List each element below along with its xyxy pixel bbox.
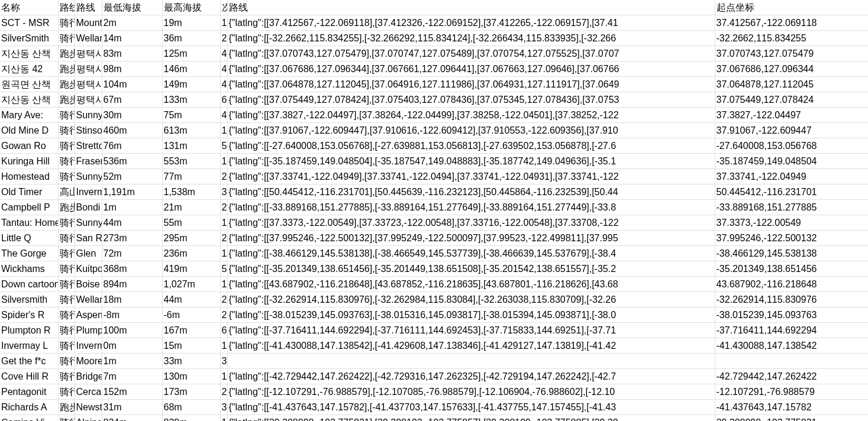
data-cell[interactable]: 37.33741,-122.04949 xyxy=(715,169,868,184)
data-cell[interactable]: Cove Hill R xyxy=(0,369,58,384)
data-cell[interactable]: 1,538m xyxy=(162,184,220,200)
data-cell[interactable]: 37.064878,127.112045 xyxy=(715,77,868,92)
data-cell[interactable]: 지산동 산책 xyxy=(0,92,58,108)
data-cell[interactable]: 21m xyxy=(162,200,220,215)
data-cell[interactable]: Camino Vi xyxy=(0,415,58,422)
data-cell[interactable]: 0m xyxy=(102,338,162,354)
data-cell[interactable]: 146m xyxy=(162,61,220,77)
data-cell[interactable]: 骑行 xyxy=(58,154,75,169)
data-cell[interactable]: 43.687902,-116.218648 xyxy=(715,277,868,292)
data-cell[interactable]: 지산동 산책 xyxy=(0,46,58,61)
data-cell[interactable]: 평택시 xyxy=(75,92,102,108)
data-cell[interactable]: San Rafael xyxy=(75,231,102,246)
data-cell[interactable]: 273m xyxy=(102,231,162,246)
data-cell[interactable]: 125m xyxy=(162,46,220,61)
spreadsheet-grid[interactable]: 名称路线路线最低海拔最高海拔次路线起点坐标SCT - MSR骑行Mountain… xyxy=(0,0,868,421)
data-cell[interactable]: 2m xyxy=(102,15,162,31)
data-cell[interactable]: SilverSmith xyxy=(0,31,58,46)
data-cell[interactable]: 130m xyxy=(162,369,220,384)
data-cell[interactable]: {"latlng":[[37.412567,-122.069118],[37.4… xyxy=(227,15,715,31)
data-cell[interactable]: 지산동 42 xyxy=(0,61,58,77)
data-cell[interactable]: {"latlng":[[-41.437643,147.15782],[-41.4… xyxy=(227,400,715,415)
data-cell[interactable]: -35.201349,138.651456 xyxy=(715,261,868,277)
data-cell[interactable]: 37.3373,-122.00549 xyxy=(715,215,868,231)
data-cell[interactable]: Boise xyxy=(75,277,102,292)
data-cell[interactable]: Campbell P xyxy=(0,200,58,215)
header-cell[interactable]: 起点坐标 xyxy=(715,0,868,15)
data-cell[interactable]: Old Timer xyxy=(0,184,58,200)
data-cell[interactable]: 824m xyxy=(102,415,162,422)
data-cell[interactable]: {"latlng":[[-12.107291,-76.988579],[-12.… xyxy=(227,384,715,400)
header-cell[interactable]: 最高海拔 xyxy=(162,0,220,15)
data-cell[interactable]: {"latlng":[[43.687902,-116.218648],[43.6… xyxy=(227,277,715,292)
data-cell[interactable]: 33m xyxy=(162,354,220,369)
data-cell[interactable]: -38.466129,145.538138 xyxy=(715,246,868,261)
header-cell[interactable]: 路线 xyxy=(75,0,102,15)
data-cell[interactable]: 72m xyxy=(102,246,162,261)
data-cell[interactable]: 18m xyxy=(102,292,162,307)
data-cell[interactable]: 894m xyxy=(102,277,162,292)
data-cell[interactable]: 1 xyxy=(220,246,227,261)
data-cell[interactable]: 骑行 xyxy=(58,138,75,154)
data-cell[interactable]: 30m xyxy=(102,108,162,123)
data-cell[interactable]: 高山 xyxy=(58,184,75,200)
data-cell[interactable]: 1 xyxy=(220,215,227,231)
data-cell[interactable]: {"latlng":[[37.070743,127.075479],[37.07… xyxy=(227,46,715,61)
data-cell[interactable]: 4 xyxy=(220,46,227,61)
data-cell[interactable]: -37.716411,144.692294 xyxy=(715,323,868,338)
data-cell[interactable]: 跑步 xyxy=(58,200,75,215)
data-cell[interactable]: Tantau: Homestead xyxy=(0,215,58,231)
data-cell[interactable]: 5 xyxy=(220,261,227,277)
data-cell[interactable]: 跑步 xyxy=(58,61,75,77)
data-cell[interactable]: -8m xyxy=(102,307,162,323)
data-cell[interactable]: 1 xyxy=(220,15,227,31)
data-cell[interactable]: -38.015239,145.093763 xyxy=(715,307,868,323)
data-cell[interactable]: {"latlng":[[29.308098,-103.775831],[29.3… xyxy=(227,415,715,422)
data-cell[interactable]: 37.91067,-122.609447 xyxy=(715,123,868,138)
data-cell[interactable]: -41.437643,147.15782 xyxy=(715,400,868,415)
data-cell[interactable]: 2 xyxy=(220,169,227,184)
header-cell[interactable]: 名称 xyxy=(0,0,58,15)
data-cell[interactable]: 14m xyxy=(102,31,162,46)
data-cell[interactable]: {"latlng":[[-27.640008,153.056768],[-27.… xyxy=(227,138,715,154)
data-cell[interactable]: 骑行 xyxy=(58,215,75,231)
data-cell[interactable]: 跑步 xyxy=(58,92,75,108)
data-cell[interactable]: 骑行 xyxy=(58,338,75,354)
data-cell[interactable]: Silversmith xyxy=(0,292,58,307)
data-cell[interactable]: 1m xyxy=(102,200,162,215)
data-cell[interactable]: Alpine xyxy=(75,415,102,422)
data-cell[interactable]: -12.107291,-76.988579 xyxy=(715,384,868,400)
data-cell[interactable]: Sunnyvale xyxy=(75,169,102,184)
data-cell[interactable]: Aspendale xyxy=(75,307,102,323)
data-cell[interactable]: 838m xyxy=(162,415,220,422)
data-cell[interactable]: 2 xyxy=(220,307,227,323)
data-cell[interactable]: 4 xyxy=(220,61,227,77)
data-cell[interactable]: -35.187459,149.048504 xyxy=(715,154,868,169)
data-cell[interactable]: Homestead xyxy=(0,169,58,184)
data-cell[interactable]: {"latlng":[[50.445412,-116.231701],[50.4… xyxy=(227,184,715,200)
data-cell[interactable]: 骑行 xyxy=(58,415,75,422)
data-cell[interactable]: Stretton xyxy=(75,138,102,154)
data-cell[interactable] xyxy=(227,354,715,369)
data-cell[interactable]: -41.430088,147.138542 xyxy=(715,338,868,354)
data-cell[interactable]: 553m xyxy=(162,154,220,169)
data-cell[interactable]: {"latlng":[[-32.2662,115.834255],[-32.26… xyxy=(227,31,715,46)
data-cell[interactable]: 613m xyxy=(162,123,220,138)
data-cell[interactable]: Fraser xyxy=(75,154,102,169)
data-cell[interactable]: Old Mine D xyxy=(0,123,58,138)
data-cell[interactable]: 원곡면 산책 xyxy=(0,77,58,92)
data-cell[interactable]: 骑行 xyxy=(58,277,75,292)
data-cell[interactable]: 骑行 xyxy=(58,261,75,277)
data-cell[interactable]: -33.889168,151.277885 xyxy=(715,200,868,215)
data-cell[interactable]: 骑行 xyxy=(58,31,75,46)
data-cell[interactable]: 460m xyxy=(102,123,162,138)
data-cell[interactable]: 236m xyxy=(162,246,220,261)
data-cell[interactable]: Plumpton xyxy=(75,323,102,338)
data-cell[interactable]: 36m xyxy=(162,31,220,46)
data-cell[interactable]: 4 xyxy=(220,77,227,92)
data-cell[interactable]: {"latlng":[[-33.889168,151.277885],[-33.… xyxy=(227,200,715,215)
data-cell[interactable]: {"latlng":[[-38.466129,145.538138],[-38.… xyxy=(227,246,715,261)
data-cell[interactable]: 37.075449,127.078424 xyxy=(715,92,868,108)
header-cell[interactable]: 最低海拔 xyxy=(102,0,162,15)
data-cell[interactable]: Stinson xyxy=(75,123,102,138)
